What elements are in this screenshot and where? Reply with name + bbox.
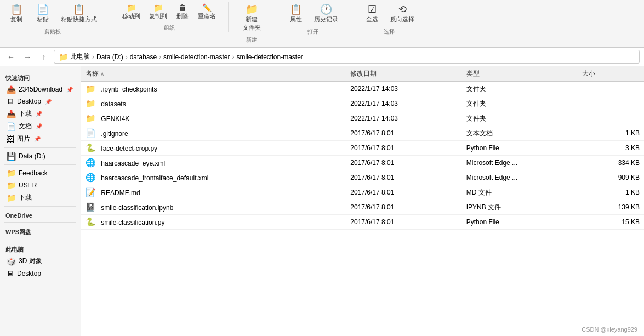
file-size-cell: 15 KB	[578, 215, 644, 230]
copy-to-button[interactable]: 📁 复制到	[146, 2, 170, 22]
file-icon: 📄	[86, 128, 96, 138]
file-table: 名称 ∧ 修改日期 类型 大小 📁	[81, 66, 644, 230]
dl2-icon: 📁	[7, 193, 16, 202]
clipboard-buttons: 📋 复制 📄 粘贴 📋 粘贴快捷方式	[4, 2, 101, 26]
table-row[interactable]: 🐍 smile-classification.py 2017/6/17 8:01…	[81, 215, 644, 230]
file-date-cell: 2017/6/17 8:01	[346, 126, 461, 141]
file-size-cell: 1 KB	[578, 185, 644, 200]
table-row[interactable]: 📓 smile-classification.ipynb 2017/6/17 8…	[81, 200, 644, 215]
file-type-cell: Microsoft Edge ...	[462, 156, 578, 170]
file-name: .gitignore	[101, 130, 128, 138]
file-icon: 🌐	[86, 158, 96, 167]
select-all-icon: ☑	[368, 4, 377, 14]
col-header-type[interactable]: 类型	[462, 66, 578, 82]
table-row[interactable]: 🌐 haarcascade_frontalface_default.xml 20…	[81, 170, 644, 185]
sidebar: 快速访问 📥 2345Download 📌 🖥 Desktop 📌 📥 下载 📌…	[0, 66, 81, 336]
paste-shortcut-icon: 📋	[73, 4, 85, 14]
file-date-cell: 2017/6/17 8:01	[346, 170, 461, 185]
file-date-cell: 2022/1/17 14:03	[346, 96, 461, 111]
col-header-size[interactable]: 大小	[578, 66, 644, 82]
organize-buttons: 📁 移动到 📁 复制到 🗑 删除 ✏️ 重命名	[119, 2, 219, 22]
file-date-cell: 2017/6/17 8:01	[346, 185, 461, 200]
file-date-cell: 2017/6/17 8:01	[346, 156, 461, 170]
sidebar-label-2345: 2345Download	[19, 86, 62, 93]
breadcrumb-smile2[interactable]: smile-detection-master	[236, 53, 303, 61]
new-buttons: 📁 新建文件夹	[237, 2, 266, 34]
paste-button[interactable]: 📄 粘贴	[31, 2, 55, 26]
thispc-label[interactable]: 此电脑	[0, 242, 81, 255]
paste-shortcut-button[interactable]: 📋 粘贴快捷方式	[57, 2, 101, 26]
watermark: CSDN @xieyang929	[582, 326, 637, 333]
table-row[interactable]: 🌐 haarcascade_eye.xml 2017/6/17 8:01 Mic…	[81, 156, 644, 170]
file-date-cell: 2022/1/17 14:03	[346, 82, 461, 96]
sidebar-item-desktop2[interactable]: 🖥 Desktop	[0, 267, 81, 280]
file-name-cell: 📝 README.md	[81, 185, 346, 200]
file-type-cell: 文件夹	[462, 96, 578, 111]
up-button[interactable]: ↑	[37, 50, 50, 64]
sidebar-label-pics: 图片	[17, 134, 30, 144]
wps-label[interactable]: WPS网盘	[0, 225, 81, 237]
pictures-icon: 🖼	[7, 135, 14, 144]
history-label: 历史记录	[314, 15, 338, 24]
file-icon: 🐍	[86, 217, 96, 226]
docs-icon: 📄	[7, 122, 16, 131]
file-size-cell: 909 KB	[578, 170, 644, 185]
table-row[interactable]: 📁 GENKI4K 2022/1/17 14:03 文件夹	[81, 111, 644, 126]
breadcrumb-database[interactable]: database	[130, 53, 157, 61]
sidebar-item-download[interactable]: 📥 下载 📌	[0, 107, 81, 120]
file-type-cell: 文件夹	[462, 82, 578, 96]
sidebar-item-datad[interactable]: 💾 Data (D:)	[0, 150, 81, 162]
breadcrumb-smile1[interactable]: smile-detection-master	[163, 53, 230, 61]
sidebar-item-desktop[interactable]: 🖥 Desktop 📌	[0, 95, 81, 107]
pin-icon2: 📌	[45, 99, 52, 105]
new-label: 新建	[246, 36, 257, 44]
table-row[interactable]: 🐍 face-detect-crop.py 2017/6/17 8:01 Pyt…	[81, 141, 644, 156]
copy-button[interactable]: 📋 复制	[4, 2, 29, 26]
open-buttons: 📋 属性 🕐 历史记录	[284, 2, 342, 26]
onedrive-label[interactable]: OneDrive	[0, 209, 81, 220]
breadcrumb-computer[interactable]: 此电脑	[70, 52, 90, 61]
toolbar: 📋 复制 📄 粘贴 📋 粘贴快捷方式 剪贴板 📁 移动到 📁 复制到	[0, 0, 644, 48]
col-header-name[interactable]: 名称 ∧	[81, 66, 346, 82]
file-icon: 📁	[86, 113, 96, 123]
select-label: 选择	[384, 28, 395, 36]
sidebar-item-user[interactable]: 📁 USER	[0, 179, 81, 191]
breadcrumb-drive[interactable]: Data (D:)	[96, 53, 123, 61]
sidebar-item-2345download[interactable]: 📥 2345Download 📌	[0, 83, 81, 95]
table-row[interactable]: 📁 .ipynb_checkpoints 2022/1/17 14:03 文件夹	[81, 82, 644, 96]
properties-button[interactable]: 📋 属性	[284, 2, 308, 26]
sidebar-item-3d[interactable]: 🎲 3D 对象	[0, 255, 81, 267]
sidebar-label-user: USER	[19, 181, 37, 189]
table-row[interactable]: 📝 README.md 2017/6/17 8:01 MD 文件 1 KB	[81, 185, 644, 200]
select-all-label: 全选	[366, 15, 378, 24]
file-size-cell: 334 KB	[578, 156, 644, 170]
paste-icon: 📄	[37, 4, 49, 14]
move-label: 移动到	[122, 12, 140, 20]
file-type-cell: MD 文件	[462, 185, 578, 200]
delete-icon: 🗑	[179, 4, 186, 12]
file-type-cell: Python File	[462, 141, 578, 156]
move-to-button[interactable]: 📁 移动到	[119, 2, 144, 22]
forward-button[interactable]: →	[21, 50, 34, 64]
pin-icon4: 📌	[36, 123, 42, 129]
sidebar-item-docs[interactable]: 📄 文档 📌	[0, 120, 81, 133]
file-icon: 📓	[86, 202, 96, 212]
sidebar-item-feedback[interactable]: 📁 Feedback	[0, 167, 81, 179]
history-button[interactable]: 🕐 历史记录	[310, 2, 342, 26]
sidebar-item-pictures[interactable]: 🖼 图片 📌	[0, 133, 81, 145]
select-all-button[interactable]: ☑ 全选	[360, 2, 384, 26]
quickaccess-label: 快速访问	[0, 71, 81, 83]
new-folder-button[interactable]: 📁 新建文件夹	[237, 2, 266, 34]
sidebar-item-dl2[interactable]: 📁 下载	[0, 191, 81, 204]
table-row[interactable]: 📁 datasets 2022/1/17 14:03 文件夹	[81, 96, 644, 111]
table-row[interactable]: 📄 .gitignore 2017/6/17 8:01 文本文档 1 KB	[81, 126, 644, 141]
breadcrumb[interactable]: 📁 此电脑 › Data (D:) › database › smile-det…	[54, 50, 640, 64]
delete-button[interactable]: 🗑 删除	[173, 2, 192, 22]
col-header-date[interactable]: 修改日期	[346, 66, 461, 82]
rename-button[interactable]: ✏️ 重命名	[195, 2, 219, 22]
invert-button[interactable]: ⟲ 反向选择	[386, 2, 418, 26]
history-icon: 🕐	[320, 4, 332, 14]
clipboard-label: 剪贴板	[44, 28, 61, 36]
back-button[interactable]: ←	[4, 50, 18, 64]
file-date-cell: 2017/6/17 8:01	[346, 141, 461, 156]
